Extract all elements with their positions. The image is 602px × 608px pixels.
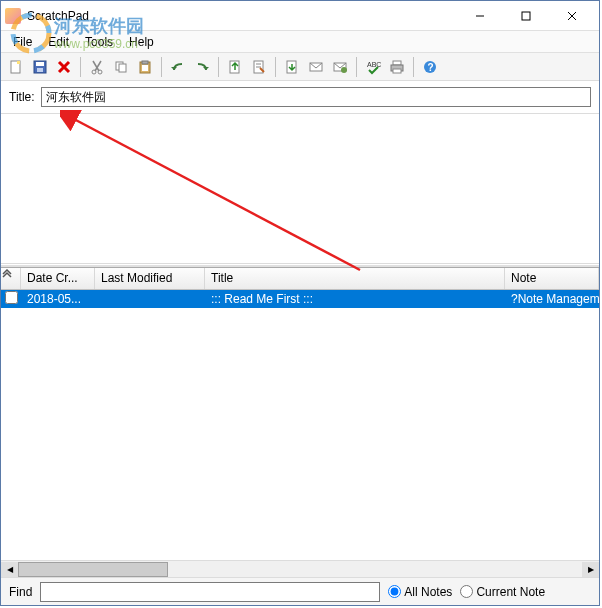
minimize-button[interactable] <box>457 2 503 30</box>
svg-rect-1 <box>522 12 530 20</box>
paste-button[interactable] <box>134 56 156 78</box>
col-note[interactable]: Note <box>505 268 599 289</box>
cell-date: 2018-05... <box>21 291 95 307</box>
spellcheck-button[interactable]: ABC <box>362 56 384 78</box>
svg-point-27 <box>341 67 347 73</box>
find-label: Find <box>9 585 32 599</box>
toolbar-separator <box>413 57 414 77</box>
cell-title: ::: Read Me First ::: <box>205 291 505 307</box>
close-button[interactable] <box>549 2 595 30</box>
cut-button[interactable] <box>86 56 108 78</box>
find-input[interactable] <box>40 582 380 602</box>
menu-help[interactable]: Help <box>121 33 162 51</box>
table-row[interactable]: 2018-05... ::: Read Me First ::: ?Note M… <box>1 290 599 308</box>
toolbar-separator <box>356 57 357 77</box>
scroll-track[interactable] <box>18 562 582 577</box>
delete-button[interactable] <box>53 56 75 78</box>
toolbar-separator <box>161 57 162 77</box>
radio-all-notes[interactable] <box>388 585 401 598</box>
new-button[interactable] <box>5 56 27 78</box>
title-row: Title: <box>1 81 599 114</box>
svg-rect-18 <box>142 61 148 64</box>
svg-rect-19 <box>142 65 148 71</box>
scroll-left-arrow[interactable]: ◀ <box>1 562 18 577</box>
titlebar: ScratchPad <box>1 1 599 31</box>
app-icon <box>5 8 21 24</box>
undo-button[interactable] <box>167 56 189 78</box>
print-button[interactable] <box>386 56 408 78</box>
toolbar: ABC ? <box>1 53 599 81</box>
menu-tools[interactable]: Tools <box>77 33 121 51</box>
col-title[interactable]: Title <box>205 268 505 289</box>
svg-rect-16 <box>119 64 126 72</box>
menu-file[interactable]: File <box>5 33 40 51</box>
svg-point-14 <box>98 70 102 74</box>
filter-current-note[interactable]: Current Note <box>460 585 545 599</box>
save-button[interactable] <box>29 56 51 78</box>
title-label: Title: <box>9 90 35 104</box>
svg-rect-29 <box>393 61 401 65</box>
list-body: 2018-05... ::: Read Me First ::: ?Note M… <box>1 290 599 560</box>
scroll-right-arrow[interactable]: ▶ <box>582 562 599 577</box>
attach-button[interactable] <box>329 56 351 78</box>
redo-button[interactable] <box>191 56 213 78</box>
findbar: Find All Notes Current Note <box>1 577 599 605</box>
menubar: File Edit Tools Help <box>1 31 599 53</box>
svg-text:ABC: ABC <box>367 61 381 68</box>
expand-header[interactable] <box>1 268 21 289</box>
radio-current-note[interactable] <box>460 585 473 598</box>
export-button[interactable] <box>281 56 303 78</box>
svg-rect-5 <box>17 61 20 64</box>
title-input[interactable] <box>41 87 591 107</box>
app-window: ScratchPad File Edit Tools Help ABC ? <box>0 0 600 606</box>
svg-point-13 <box>92 70 96 74</box>
maximize-button[interactable] <box>503 2 549 30</box>
insert-button[interactable] <box>224 56 246 78</box>
mail-button[interactable] <box>305 56 327 78</box>
cell-note: ?Note Management.?F <box>505 291 599 307</box>
toolbar-separator <box>80 57 81 77</box>
col-date-created[interactable]: Date Cr... <box>21 268 95 289</box>
note-editor[interactable] <box>1 114 599 264</box>
row-checkbox[interactable] <box>5 291 18 304</box>
copy-button[interactable] <box>110 56 132 78</box>
scroll-thumb[interactable] <box>18 562 168 577</box>
filter-all-notes[interactable]: All Notes <box>388 585 452 599</box>
toolbar-separator <box>275 57 276 77</box>
column-headers: Date Cr... Last Modified Title Note <box>1 268 599 290</box>
row-checkbox-cell <box>1 291 21 307</box>
notes-list: Date Cr... Last Modified Title Note 2018… <box>1 268 599 577</box>
cell-modified <box>95 298 205 300</box>
svg-rect-8 <box>37 68 43 72</box>
menu-edit[interactable]: Edit <box>40 33 77 51</box>
edit-note-button[interactable] <box>248 56 270 78</box>
horizontal-scrollbar[interactable]: ◀ ▶ <box>1 560 599 577</box>
svg-rect-7 <box>36 62 44 66</box>
toolbar-separator <box>218 57 219 77</box>
svg-rect-31 <box>393 69 401 73</box>
col-last-modified[interactable]: Last Modified <box>95 268 205 289</box>
window-title: ScratchPad <box>27 9 457 23</box>
svg-text:?: ? <box>428 62 434 73</box>
help-button[interactable]: ? <box>419 56 441 78</box>
